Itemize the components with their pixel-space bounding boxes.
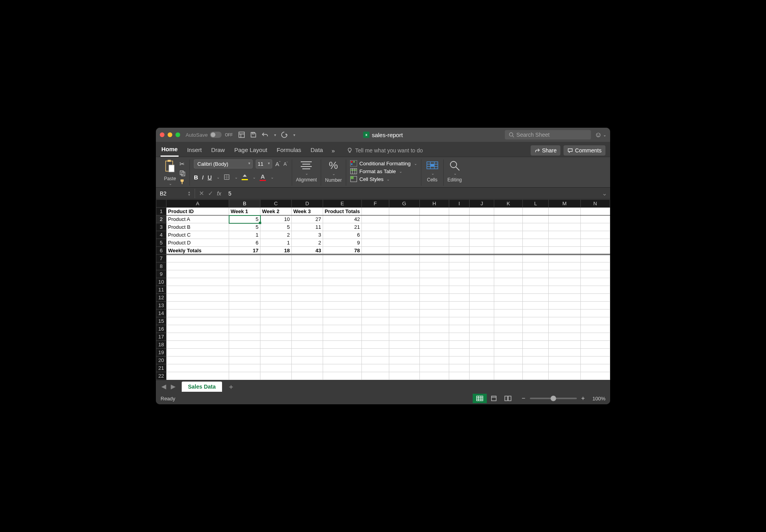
cell-L2[interactable] xyxy=(522,215,549,223)
cell-E11[interactable] xyxy=(323,286,362,294)
cell-K7[interactable] xyxy=(494,255,522,262)
cell-M4[interactable] xyxy=(549,231,580,239)
cell-F16[interactable] xyxy=(362,325,389,333)
cell-G22[interactable] xyxy=(389,372,419,380)
cell-B3[interactable]: 5 xyxy=(229,223,260,231)
cell-M15[interactable] xyxy=(549,317,580,325)
cell-C20[interactable] xyxy=(260,356,292,364)
cell-H15[interactable] xyxy=(419,317,449,325)
font-color-button[interactable]: A xyxy=(260,173,266,181)
formula-bar-expand-icon[interactable]: ⌄ xyxy=(599,190,610,197)
cell-J15[interactable] xyxy=(469,317,494,325)
qat-customize-icon[interactable]: ▾ xyxy=(293,133,295,137)
cell-F20[interactable] xyxy=(362,356,389,364)
cell-C22[interactable] xyxy=(260,372,292,380)
row-header-4[interactable]: 4 xyxy=(156,231,166,239)
fill-color-button[interactable] xyxy=(242,174,248,180)
formula-input[interactable] xyxy=(225,189,599,198)
cell-F1[interactable] xyxy=(362,208,389,215)
cell-B12[interactable] xyxy=(229,294,260,302)
cell-L21[interactable] xyxy=(522,364,549,372)
cell-C10[interactable] xyxy=(260,278,292,286)
cell-H17[interactable] xyxy=(419,333,449,341)
cell-I9[interactable] xyxy=(449,270,470,278)
underline-dropdown-icon[interactable]: ⌄ xyxy=(217,175,220,179)
decrease-font-icon[interactable]: Aˇ xyxy=(284,161,288,167)
cell-K20[interactable] xyxy=(494,356,522,364)
cell-N10[interactable] xyxy=(580,278,610,286)
cell-L12[interactable] xyxy=(522,294,549,302)
cell-N1[interactable] xyxy=(580,208,610,215)
cell-J17[interactable] xyxy=(469,333,494,341)
cell-L5[interactable] xyxy=(522,239,549,247)
cell-D5[interactable]: 2 xyxy=(292,239,323,247)
cell-K3[interactable] xyxy=(494,223,522,231)
cell-I11[interactable] xyxy=(449,286,470,294)
cell-B8[interactable] xyxy=(229,262,260,270)
cell-A7[interactable] xyxy=(166,255,229,262)
cell-G12[interactable] xyxy=(389,294,419,302)
fullscreen-window-icon[interactable] xyxy=(175,132,180,137)
sheet-nav-prev-icon[interactable]: ◀ xyxy=(159,383,168,390)
cell-K17[interactable] xyxy=(494,333,522,341)
view-page-break-icon[interactable] xyxy=(501,394,515,403)
increase-font-icon[interactable]: Aˆ xyxy=(275,161,280,167)
cell-H18[interactable] xyxy=(419,341,449,349)
cell-I15[interactable] xyxy=(449,317,470,325)
row-header-22[interactable]: 22 xyxy=(156,372,166,380)
italic-button[interactable]: I xyxy=(202,174,204,181)
cell-I12[interactable] xyxy=(449,294,470,302)
row-header-7[interactable]: 7 xyxy=(156,255,166,262)
cell-C9[interactable] xyxy=(260,270,292,278)
bold-button[interactable]: B xyxy=(194,174,198,181)
cell-M1[interactable] xyxy=(549,208,580,215)
sheet-tab-active[interactable]: Sales Data xyxy=(182,382,222,392)
cell-B4[interactable]: 1 xyxy=(229,231,260,239)
cell-E13[interactable] xyxy=(323,302,362,309)
cell-H2[interactable] xyxy=(419,215,449,223)
cell-C11[interactable] xyxy=(260,286,292,294)
cell-N21[interactable] xyxy=(580,364,610,372)
cell-C5[interactable]: 1 xyxy=(260,239,292,247)
cell-H4[interactable] xyxy=(419,231,449,239)
cell-M10[interactable] xyxy=(549,278,580,286)
cell-C7[interactable] xyxy=(260,255,292,262)
row-header-17[interactable]: 17 xyxy=(156,333,166,341)
cell-M3[interactable] xyxy=(549,223,580,231)
col-header-J[interactable]: J xyxy=(469,200,494,208)
cell-L22[interactable] xyxy=(522,372,549,380)
conditional-formatting-button[interactable]: Conditional Formatting⌄ xyxy=(350,159,417,167)
row-header-14[interactable]: 14 xyxy=(156,309,166,317)
cell-L6[interactable] xyxy=(522,247,549,255)
cell-E4[interactable]: 6 xyxy=(323,231,362,239)
cell-M6[interactable] xyxy=(549,247,580,255)
cell-G5[interactable] xyxy=(389,239,419,247)
cell-F8[interactable] xyxy=(362,262,389,270)
row-header-12[interactable]: 12 xyxy=(156,294,166,302)
cell-M11[interactable] xyxy=(549,286,580,294)
paste-dropdown-icon[interactable]: ⌄ xyxy=(169,181,172,186)
cell-L1[interactable] xyxy=(522,208,549,215)
cell-L15[interactable] xyxy=(522,317,549,325)
cell-D15[interactable] xyxy=(292,317,323,325)
cell-N17[interactable] xyxy=(580,333,610,341)
cell-K22[interactable] xyxy=(494,372,522,380)
cell-N5[interactable] xyxy=(580,239,610,247)
tab-home[interactable]: Home xyxy=(161,144,179,157)
cell-J11[interactable] xyxy=(469,286,494,294)
col-header-D[interactable]: D xyxy=(292,200,323,208)
row-header-18[interactable]: 18 xyxy=(156,341,166,349)
col-header-C[interactable]: C xyxy=(260,200,292,208)
cell-G15[interactable] xyxy=(389,317,419,325)
cell-J22[interactable] xyxy=(469,372,494,380)
row-header-6[interactable]: 6 xyxy=(156,247,166,255)
cell-A3[interactable]: Product B xyxy=(166,223,229,231)
row-header-21[interactable]: 21 xyxy=(156,364,166,372)
fill-color-dropdown-icon[interactable]: ⌄ xyxy=(253,175,256,179)
cell-F22[interactable] xyxy=(362,372,389,380)
alignment-icon[interactable] xyxy=(299,159,313,171)
cell-B7[interactable] xyxy=(229,255,260,262)
cell-A12[interactable] xyxy=(166,294,229,302)
cell-C15[interactable] xyxy=(260,317,292,325)
cell-K10[interactable] xyxy=(494,278,522,286)
